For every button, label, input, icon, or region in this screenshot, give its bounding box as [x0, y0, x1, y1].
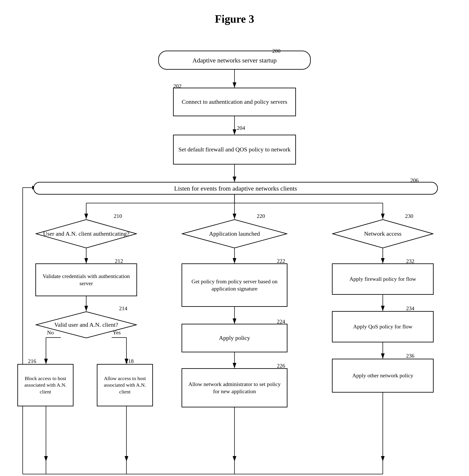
node-202-text: Connect to authentication and policy ser…	[182, 98, 287, 106]
node-234-text: Apply QoS policy for flow	[353, 323, 412, 330]
node-222-text: Get policy from policy server based on a…	[185, 278, 284, 292]
node-220: Application launched	[182, 219, 287, 248]
node-200-label: 200	[272, 48, 281, 55]
node-222-label: 222	[277, 258, 285, 264]
node-204-text: Set default firewall and QOS policy to n…	[178, 146, 291, 153]
node-214-text: Valid user and A.N. client?	[52, 319, 120, 331]
node-216-label: 216	[28, 358, 36, 364]
figure-title: Figure 3	[0, 0, 469, 34]
node-200: 200 Adaptive networks server startup	[158, 51, 311, 70]
node-204: Set default firewall and QOS policy to n…	[173, 135, 296, 164]
node-204-label: 204	[237, 125, 245, 131]
node-226-label: 226	[277, 363, 285, 369]
node-218-text: Allow access to host associated with A.N…	[100, 375, 149, 395]
node-236: Apply other network policy	[332, 359, 434, 393]
node-226-text: Allow network administrator to set polic…	[185, 381, 284, 395]
node-212-text: Validate credentials with authentication…	[39, 273, 133, 287]
node-206: Listen for events from adaptive networks…	[33, 182, 438, 195]
node-218-label: 218	[125, 358, 134, 364]
node-226: Allow network administrator to set polic…	[182, 368, 287, 407]
node-222: Get policy from policy server based on a…	[182, 263, 287, 307]
node-216-text: Block access to host associated with A.N…	[21, 375, 70, 395]
node-214-label: 214	[119, 305, 127, 312]
node-224: Apply policy	[182, 324, 287, 352]
node-214: Valid user and A.N. client?	[35, 311, 137, 339]
node-230-text: Network access	[362, 228, 403, 240]
node-218: Allow access to host associated with A.N…	[97, 364, 153, 406]
node-232: Apply firewall policy for flow	[332, 263, 434, 295]
node-210: User and A.N. client authenticating?	[35, 219, 137, 248]
diagram: No Yes 200 Adaptive net	[12, 34, 457, 476]
node-230: Network access	[332, 219, 434, 248]
node-236-label: 236	[406, 353, 414, 359]
node-212: Validate credentials with authentication…	[35, 263, 137, 296]
node-236-text: Apply other network policy	[352, 372, 413, 379]
node-206-text: Listen for events from adaptive networks…	[174, 184, 297, 193]
node-230-label: 230	[405, 213, 413, 219]
node-232-text: Apply firewall policy for flow	[350, 276, 416, 283]
node-220-label: 220	[257, 213, 265, 219]
node-202: Connect to authentication and policy ser…	[173, 88, 296, 116]
node-210-label: 210	[114, 213, 122, 219]
node-212-label: 212	[115, 258, 123, 264]
node-224-text: Apply policy	[219, 334, 250, 342]
node-210-text: User and A.N. client authenticating?	[41, 228, 131, 240]
node-234: Apply QoS policy for flow	[332, 311, 434, 342]
node-234-label: 234	[406, 305, 414, 312]
node-220-text: Application launched	[207, 228, 262, 240]
node-200-text: Adaptive networks server startup	[192, 56, 276, 64]
node-216: Block access to host associated with A.N…	[17, 364, 73, 406]
